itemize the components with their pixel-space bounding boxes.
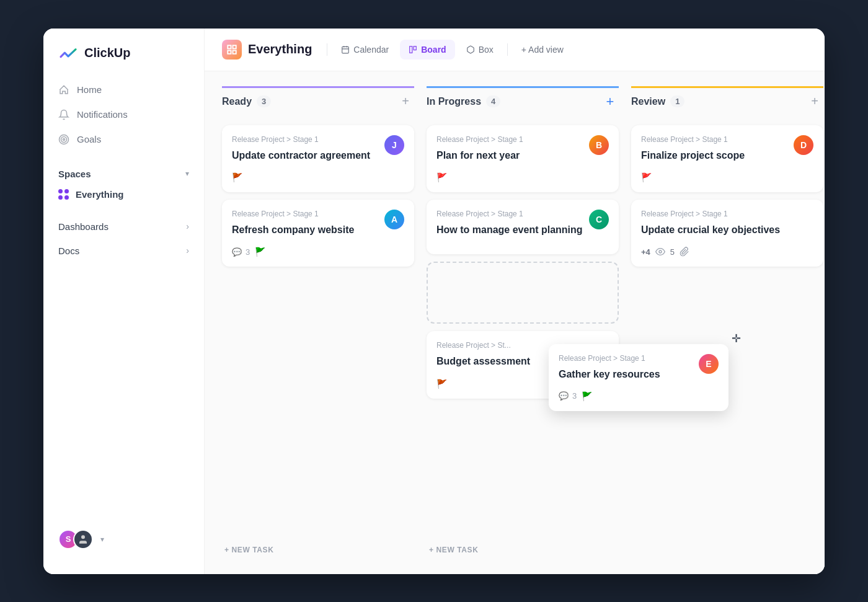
- floating-card-gather-resources[interactable]: ✛ Release Project > Stage 1 Gather key r…: [549, 344, 728, 411]
- main-content: Everything Calendar Board Box: [205, 29, 825, 574]
- card-content-1: Release Project > Stage 1 Update contrac…: [232, 135, 379, 170]
- eye-icon-7: [655, 247, 665, 257]
- card-content-7: Release Project > Stage 1 Update crucial…: [641, 210, 813, 244]
- avatar-img-3: B: [589, 135, 609, 155]
- avatar-img-4: C: [589, 210, 609, 229]
- user-menu-chevron-icon[interactable]: ▾: [100, 535, 104, 544]
- add-view-button[interactable]: + Add view: [513, 40, 572, 60]
- tab-calendar[interactable]: Calendar: [332, 40, 397, 60]
- tab-box-label: Box: [479, 45, 494, 55]
- card-title-4: How to manage event planning: [436, 223, 584, 237]
- svg-point-10: [659, 250, 662, 253]
- card-footer-7: +4 5: [641, 247, 813, 257]
- tab-box[interactable]: Box: [458, 40, 502, 60]
- avatar-img-6: D: [794, 135, 813, 155]
- sidebar-groups: Dashboards › Docs ›: [43, 215, 204, 262]
- target-icon: [58, 134, 69, 145]
- floating-card-content: Release Project > Stage 1 Gather key res…: [559, 354, 694, 389]
- column-title-area-ip: In Progress 4: [427, 95, 500, 107]
- column-title-review: Review: [631, 96, 665, 107]
- card-avatar-2: A: [384, 210, 404, 229]
- card-key-objectives[interactable]: Release Project > Stage 1 Update crucial…: [631, 200, 823, 267]
- flag-red-6: [641, 172, 651, 182]
- svg-rect-5: [228, 50, 231, 53]
- sidebar-item-goals[interactable]: Goals: [51, 128, 197, 151]
- card-path-7: Release Project > Stage 1: [641, 210, 813, 218]
- column-count-ip: 4: [486, 95, 500, 107]
- flag-red-3: [436, 172, 446, 182]
- card-content-2: Release Project > Stage 1 Refresh compan…: [232, 210, 379, 244]
- card-path-2: Release Project > Stage 1: [232, 210, 379, 218]
- column-title-ip: In Progress: [427, 96, 481, 107]
- floating-card-title: Gather key resources: [559, 368, 694, 381]
- sidebar: ClickUp Home Notifications Goals: [43, 29, 205, 574]
- card-finalize-scope[interactable]: Release Project > Stage 1 Finalize proje…: [631, 125, 823, 192]
- card-path-3: Release Project > Stage 1: [436, 135, 584, 144]
- sidebar-item-notifications[interactable]: Notifications: [51, 103, 197, 126]
- card-path-6: Release Project > Stage 1: [641, 135, 789, 144]
- calendar-icon: [341, 45, 350, 54]
- card-plan-next-year[interactable]: Release Project > Stage 1 Plan for next …: [427, 125, 619, 192]
- home-label: Home: [77, 84, 102, 95]
- card-header-2: Release Project > Stage 1 Refresh compan…: [232, 210, 404, 244]
- column-add-ready[interactable]: +: [397, 93, 414, 110]
- card-content-3: Release Project > Stage 1 Plan for next …: [436, 135, 584, 170]
- new-task-ready[interactable]: + NEW TASK: [222, 541, 414, 559]
- comment-count-floating: 3: [572, 391, 577, 401]
- clickup-logo-icon: [58, 43, 78, 63]
- home-icon: [58, 84, 69, 95]
- view-title-icon: [222, 40, 242, 60]
- card-meta-comments-2: 💬 3: [232, 247, 250, 257]
- card-avatar-3: B: [589, 135, 609, 155]
- flag-orange-1: [232, 172, 242, 182]
- column-header-ready: Ready 3 +: [222, 86, 414, 118]
- card-path-4: Release Project > Stage 1: [436, 210, 584, 218]
- tab-board[interactable]: Board: [400, 40, 454, 60]
- new-task-ip[interactable]: + NEW TASK: [427, 541, 619, 559]
- topbar: Everything Calendar Board Box: [205, 29, 825, 71]
- column-add-ip[interactable]: +: [601, 93, 619, 110]
- card-update-contractor[interactable]: Release Project > Stage 1 Update contrac…: [222, 125, 414, 192]
- card-header-3: Release Project > Stage 1 Plan for next …: [436, 135, 609, 170]
- card-avatar-6: D: [794, 135, 813, 155]
- svg-point-2: [63, 138, 65, 140]
- flag-orange-5: [436, 379, 446, 389]
- card-content-4: Release Project > Stage 1 How to manage …: [436, 210, 584, 244]
- sidebar-item-docs[interactable]: Docs ›: [51, 239, 197, 262]
- comment-count-2: 3: [246, 247, 250, 257]
- svg-rect-3: [228, 45, 231, 48]
- user-avatar-stack: S: [58, 529, 93, 549]
- card-path-1: Release Project > Stage 1: [232, 135, 379, 144]
- card-refresh-website[interactable]: Release Project > Stage 1 Refresh compan…: [222, 200, 414, 267]
- sidebar-item-everything[interactable]: Everything: [51, 184, 197, 205]
- floating-card-meta: 💬 3: [559, 391, 577, 401]
- notifications-label: Notifications: [77, 109, 128, 120]
- card-footer-3: [436, 172, 609, 182]
- everything-icon: [58, 189, 69, 200]
- cards-ip: Release Project > Stage 1 Plan for next …: [427, 125, 619, 541]
- card-content-6: Release Project > Stage 1 Finalize proje…: [641, 135, 789, 170]
- floating-card-avatar: E: [699, 354, 719, 374]
- cards-ready: Release Project > Stage 1 Update contrac…: [222, 125, 414, 541]
- view-title-text: Everything: [248, 42, 312, 56]
- sidebar-item-dashboards[interactable]: Dashboards ›: [51, 215, 197, 238]
- docs-chevron-icon: ›: [186, 246, 189, 255]
- sidebar-item-home[interactable]: Home: [51, 78, 197, 102]
- spaces-section: Spaces ▾ Everything: [43, 164, 204, 205]
- tab-divider-2: [507, 43, 508, 56]
- column-header-in-progress: In Progress 4 +: [427, 86, 619, 118]
- svg-rect-7: [342, 46, 349, 53]
- card-avatar-4: C: [589, 210, 609, 229]
- card-header-7: Release Project > Stage 1 Update crucial…: [641, 210, 813, 244]
- column-add-review[interactable]: +: [806, 93, 823, 110]
- card-header-1: Release Project > Stage 1 Update contrac…: [232, 135, 404, 170]
- spaces-section-header[interactable]: Spaces ▾: [51, 164, 197, 184]
- svg-point-1: [61, 136, 67, 142]
- card-event-planning[interactable]: Release Project > Stage 1 How to manage …: [427, 200, 619, 254]
- avatar-img-1: J: [384, 135, 404, 155]
- tab-calendar-label: Calendar: [353, 45, 389, 55]
- floating-card-header: Release Project > Stage 1 Gather key res…: [559, 354, 719, 389]
- logo-area: ClickUp: [43, 43, 204, 78]
- paperclip-icon-7: [680, 247, 689, 257]
- card-title-7: Update crucial key objectives: [641, 223, 813, 237]
